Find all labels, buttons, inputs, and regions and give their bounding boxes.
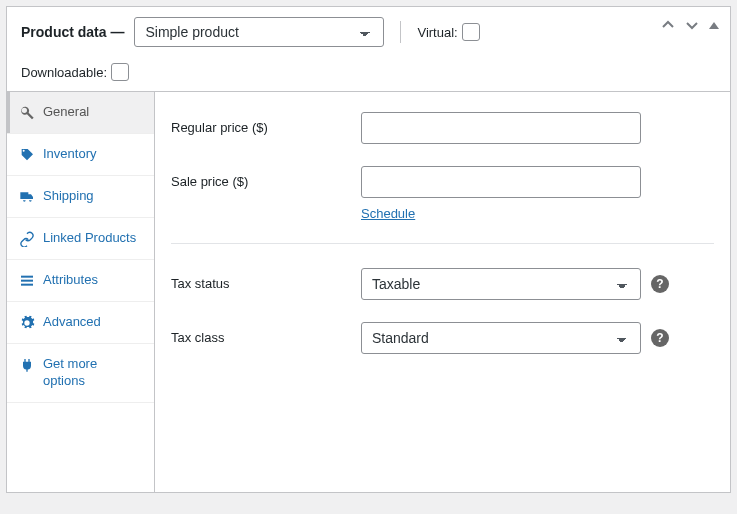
schedule-link[interactable]: Schedule	[361, 206, 415, 221]
help-icon[interactable]: ?	[651, 275, 669, 293]
tab-label: Linked Products	[43, 230, 136, 247]
tab-label: Inventory	[43, 146, 96, 163]
divider	[171, 243, 714, 244]
tag-icon	[19, 147, 35, 163]
product-data-panel: Product data — Simple product Virtual: D…	[6, 6, 731, 493]
sale-price-input[interactable]	[361, 166, 641, 198]
row-sale-price: Sale price ($) Schedule	[171, 166, 714, 221]
wrench-icon	[19, 105, 35, 121]
row-regular-price: Regular price ($)	[171, 112, 714, 144]
list-icon	[19, 273, 35, 289]
product-type-select[interactable]: Simple product	[134, 17, 384, 47]
row-tax-status: Tax status Taxable ?	[171, 268, 714, 300]
tab-get-more-options[interactable]: Get more options	[7, 344, 154, 403]
row-tax-class: Tax class Standard ?	[171, 322, 714, 354]
virtual-label[interactable]: Virtual:	[417, 23, 479, 41]
tab-label: Advanced	[43, 314, 101, 331]
gear-icon	[19, 315, 35, 331]
downloadable-label[interactable]: Downloadable:	[21, 63, 129, 81]
link-icon	[19, 231, 35, 247]
help-icon[interactable]: ?	[651, 329, 669, 347]
tab-label: General	[43, 104, 89, 121]
tab-linked-products[interactable]: Linked Products	[7, 218, 154, 260]
panel-controls	[660, 17, 720, 33]
tab-label: Get more options	[43, 356, 142, 390]
tab-content-general: Regular price ($) Sale price ($) Schedul…	[155, 92, 730, 492]
tab-inventory[interactable]: Inventory	[7, 134, 154, 176]
svg-rect-2	[21, 284, 33, 286]
downloadable-checkbox[interactable]	[111, 63, 129, 81]
collapse-triangle-icon[interactable]	[708, 19, 720, 31]
regular-price-label: Regular price ($)	[171, 112, 361, 135]
panel-body: General Inventory Shipping Linked Produc…	[7, 92, 730, 492]
panel-title: Product data —	[21, 24, 124, 40]
plug-icon	[19, 357, 35, 373]
sale-price-label: Sale price ($)	[171, 166, 361, 189]
panel-header: Product data — Simple product Virtual: D…	[7, 7, 730, 92]
svg-rect-0	[21, 276, 33, 278]
truck-icon	[19, 189, 35, 205]
chevron-down-icon[interactable]	[684, 17, 700, 33]
tax-class-label: Tax class	[171, 322, 361, 345]
tabs-sidebar: General Inventory Shipping Linked Produc…	[7, 92, 155, 492]
divider	[400, 21, 401, 43]
tab-shipping[interactable]: Shipping	[7, 176, 154, 218]
tab-general[interactable]: General	[7, 92, 154, 134]
svg-rect-1	[21, 280, 33, 282]
regular-price-input[interactable]	[361, 112, 641, 144]
tab-advanced[interactable]: Advanced	[7, 302, 154, 344]
tab-label: Attributes	[43, 272, 98, 289]
virtual-checkbox[interactable]	[462, 23, 480, 41]
tax-status-select[interactable]: Taxable	[361, 268, 641, 300]
chevron-up-icon[interactable]	[660, 17, 676, 33]
tab-attributes[interactable]: Attributes	[7, 260, 154, 302]
tax-status-label: Tax status	[171, 268, 361, 291]
tab-label: Shipping	[43, 188, 94, 205]
tax-class-select[interactable]: Standard	[361, 322, 641, 354]
